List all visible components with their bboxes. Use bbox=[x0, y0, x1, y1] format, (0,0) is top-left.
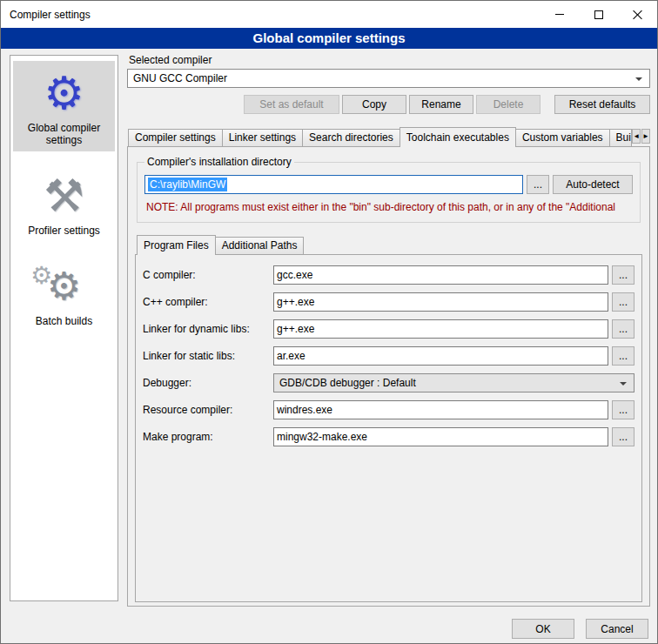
linker-dynamic-browse-button[interactable]: ... bbox=[612, 319, 634, 339]
make-program-browse-button[interactable]: ... bbox=[612, 427, 634, 446]
window-controls bbox=[540, 1, 657, 28]
installation-directory-row: C:\raylib\MinGW ... Auto-detect bbox=[144, 175, 633, 194]
c-compiler-input[interactable]: gcc.exe bbox=[273, 265, 608, 285]
sidebar-item-label: Profiler settings bbox=[15, 225, 113, 237]
compiler-select[interactable]: GNU GCC Compiler bbox=[127, 69, 650, 88]
field-row-debugger: Debugger: GDB/CDB debugger : Default bbox=[143, 373, 634, 392]
tab-program-files[interactable]: Program Files bbox=[137, 235, 216, 255]
settings-sidebar: ⚙ Global compiler settings ⚒ Profiler se… bbox=[10, 55, 118, 601]
field-label: C compiler: bbox=[143, 269, 273, 281]
sidebar-item-batch-builds[interactable]: ⚙ ⚙ Batch builds bbox=[13, 254, 115, 332]
field-row-resource-compiler: Resource compiler: windres.exe ... bbox=[143, 400, 634, 419]
tab-additional-paths[interactable]: Additional Paths bbox=[215, 237, 305, 254]
field-label: Resource compiler: bbox=[143, 404, 273, 416]
compiler-settings-window: Compiler settings Global compiler settin… bbox=[0, 0, 658, 644]
tab-build-options[interactable]: Build options bbox=[609, 129, 633, 146]
make-program-input[interactable]: mingw32-make.exe bbox=[273, 427, 608, 446]
ok-button[interactable]: OK bbox=[512, 619, 574, 639]
cancel-button[interactable]: Cancel bbox=[586, 619, 648, 639]
program-tabs: Program Files Additional Paths bbox=[135, 233, 642, 254]
dialog-footer: OK Cancel bbox=[512, 619, 648, 639]
field-label: Linker for dynamic libs: bbox=[143, 323, 273, 335]
profiler-icon: ⚒ bbox=[15, 169, 113, 223]
window-title: Compiler settings bbox=[10, 9, 91, 21]
tab-search-directories[interactable]: Search directories bbox=[302, 129, 400, 146]
field-row-c-compiler: C compiler: gcc.exe ... bbox=[143, 265, 634, 285]
browse-directory-button[interactable]: ... bbox=[527, 175, 549, 194]
reset-defaults-button[interactable]: Reset defaults bbox=[554, 95, 650, 114]
tab-scroll-right-icon[interactable]: ► bbox=[641, 129, 650, 144]
linker-static-input[interactable]: ar.exe bbox=[273, 346, 608, 366]
minimize-icon bbox=[555, 14, 564, 15]
tab-compiler-settings[interactable]: Compiler settings bbox=[128, 129, 223, 146]
program-files-panel: C compiler: gcc.exe ... C++ compiler: g+… bbox=[135, 254, 642, 602]
toolchain-executables-panel: Compiler's installation directory C:\ray… bbox=[127, 146, 650, 607]
sidebar-item-label: Batch builds bbox=[15, 315, 113, 327]
close-icon bbox=[633, 10, 643, 20]
debugger-select-value: GDB/CDB debugger : Default bbox=[279, 377, 416, 389]
resource-compiler-input[interactable]: windres.exe bbox=[273, 400, 608, 419]
linker-dynamic-input[interactable]: g++.exe bbox=[273, 319, 608, 339]
tab-scroll-left-icon[interactable]: ◄ bbox=[632, 129, 641, 144]
field-label: Linker for static libs: bbox=[143, 350, 273, 362]
page-title: Global compiler settings bbox=[1, 28, 657, 49]
maximize-button[interactable] bbox=[579, 1, 618, 28]
delete-button[interactable]: Delete bbox=[476, 95, 540, 114]
rename-button[interactable]: Rename bbox=[409, 95, 473, 114]
minimize-button[interactable] bbox=[540, 1, 579, 28]
field-row-linker-dynamic: Linker for dynamic libs: g++.exe ... bbox=[143, 319, 634, 339]
copy-button[interactable]: Copy bbox=[342, 95, 406, 114]
cpp-compiler-browse-button[interactable]: ... bbox=[612, 292, 634, 312]
compiler-actions: Set as default Copy Rename Delete Reset … bbox=[127, 95, 650, 114]
resource-compiler-browse-button[interactable]: ... bbox=[612, 400, 634, 419]
field-label: Make program: bbox=[143, 431, 273, 443]
settings-tabs: Compiler settings Linker settings Search… bbox=[127, 125, 650, 146]
set-as-default-button[interactable]: Set as default bbox=[244, 95, 339, 114]
note-text: NOTE: All programs must exist either in … bbox=[146, 201, 631, 213]
tab-custom-variables[interactable]: Custom variables bbox=[515, 129, 610, 146]
field-label: Debugger: bbox=[143, 377, 273, 389]
installation-directory-value: C:\raylib\MinGW bbox=[148, 178, 227, 191]
cpp-compiler-input[interactable]: g++.exe bbox=[273, 292, 608, 312]
close-button[interactable] bbox=[618, 1, 657, 28]
c-compiler-browse-button[interactable]: ... bbox=[612, 265, 634, 285]
selected-compiler-label: Selected compiler bbox=[129, 54, 650, 66]
gear-icon: ⚙ bbox=[15, 66, 113, 120]
installation-directory-input[interactable]: C:\raylib\MinGW bbox=[144, 175, 523, 194]
installation-directory-group: Compiler's installation directory C:\ray… bbox=[137, 156, 641, 223]
field-row-cpp-compiler: C++ compiler: g++.exe ... bbox=[143, 292, 634, 312]
batch-builds-icon: ⚙ ⚙ bbox=[15, 259, 113, 313]
sidebar-item-global-compiler-settings[interactable]: ⚙ Global compiler settings bbox=[13, 61, 115, 151]
compiler-select-value: GNU GCC Compiler bbox=[133, 72, 227, 84]
field-row-make-program: Make program: mingw32-make.exe ... bbox=[143, 427, 634, 446]
maximize-icon bbox=[594, 10, 603, 19]
debugger-select[interactable]: GDB/CDB debugger : Default bbox=[273, 373, 634, 392]
main-content: Selected compiler GNU GCC Compiler Set a… bbox=[127, 54, 650, 607]
tab-linker-settings[interactable]: Linker settings bbox=[222, 129, 303, 146]
field-label: C++ compiler: bbox=[143, 296, 273, 308]
sidebar-item-label: Global compiler settings bbox=[15, 122, 113, 146]
linker-static-browse-button[interactable]: ... bbox=[612, 346, 634, 366]
installation-directory-legend: Compiler's installation directory bbox=[144, 156, 294, 168]
auto-detect-button[interactable]: Auto-detect bbox=[553, 175, 633, 194]
tab-toolchain-executables[interactable]: Toolchain executables bbox=[400, 127, 516, 147]
dialog-client-area: ⚙ Global compiler settings ⚒ Profiler se… bbox=[1, 49, 657, 644]
field-row-linker-static: Linker for static libs: ar.exe ... bbox=[143, 346, 634, 366]
titlebar: Compiler settings bbox=[1, 1, 657, 28]
sidebar-item-profiler-settings[interactable]: ⚒ Profiler settings bbox=[13, 164, 115, 242]
